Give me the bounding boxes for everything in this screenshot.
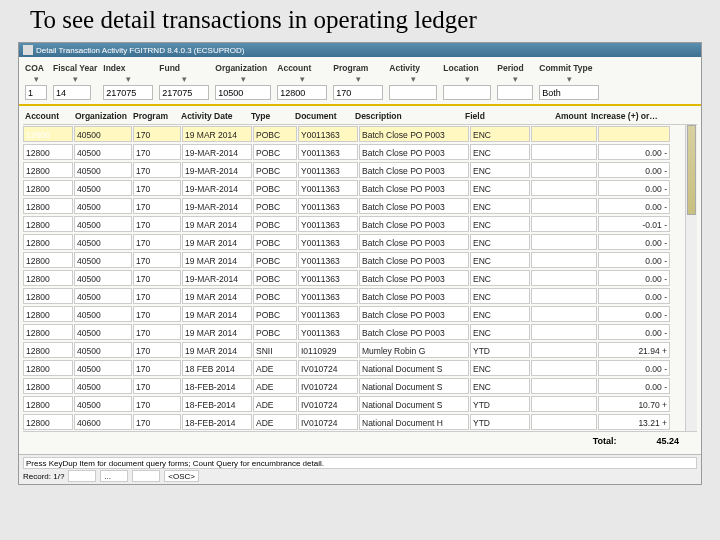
cell[interactable]: 40500 xyxy=(74,252,132,268)
cell[interactable]: 0.00 - xyxy=(598,306,670,322)
cell[interactable]: SNII xyxy=(253,342,297,358)
cell[interactable]: 170 xyxy=(133,324,181,340)
cell[interactable]: 12800 xyxy=(23,126,73,142)
cell[interactable]: 40500 xyxy=(74,378,132,394)
cell[interactable]: Mumley Robin G xyxy=(359,342,469,358)
cell[interactable]: 40500 xyxy=(74,306,132,322)
cell[interactable] xyxy=(531,144,597,160)
cell[interactable]: 19-MAR-2014 xyxy=(182,270,252,286)
cell[interactable]: Y0011363 xyxy=(298,234,358,250)
filter-input-acct[interactable] xyxy=(277,85,327,100)
cell[interactable]: YTD xyxy=(470,396,530,412)
cell[interactable]: 170 xyxy=(133,198,181,214)
cell[interactable]: 40500 xyxy=(74,162,132,178)
cell[interactable] xyxy=(531,198,597,214)
cell[interactable]: 19 MAR 2014 xyxy=(182,234,252,250)
cell[interactable]: Batch Close PO P003 xyxy=(359,252,469,268)
cell[interactable]: POBC xyxy=(253,216,297,232)
cell[interactable]: 19 MAR 2014 xyxy=(182,126,252,142)
cell[interactable]: 21.94 + xyxy=(598,342,670,358)
cell[interactable]: 12800 xyxy=(23,234,73,250)
cell[interactable]: 12800 xyxy=(23,324,73,340)
table-row[interactable]: 128004050017019 MAR 2014SNIII0110929Muml… xyxy=(23,341,697,359)
table-row[interactable]: 128004050017019-MAR-2014POBCY0011363Batc… xyxy=(23,269,697,287)
cell[interactable]: 170 xyxy=(133,306,181,322)
cell[interactable] xyxy=(531,342,597,358)
cell[interactable]: 12800 xyxy=(23,198,73,214)
cell[interactable]: 40500 xyxy=(74,216,132,232)
filter-input-fund[interactable] xyxy=(159,85,209,100)
filter-input-org[interactable] xyxy=(215,85,271,100)
cell[interactable]: POBC xyxy=(253,288,297,304)
table-row[interactable]: 128004050017019 MAR 2014POBCY0011363Batc… xyxy=(23,287,697,305)
cell[interactable]: 0.00 - xyxy=(598,144,670,160)
cell[interactable]: 12800 xyxy=(23,270,73,286)
cell[interactable]: Batch Close PO P003 xyxy=(359,306,469,322)
vertical-scrollbar[interactable] xyxy=(685,125,697,431)
table-row[interactable]: 128004050017019 MAR 2014POBCY0011363Batc… xyxy=(23,323,697,341)
cell[interactable]: Batch Close PO P003 xyxy=(359,288,469,304)
cell[interactable]: 40500 xyxy=(74,324,132,340)
cell[interactable]: 12800 xyxy=(23,378,73,394)
scrollbar-thumb[interactable] xyxy=(687,125,696,215)
cell[interactable]: ENC xyxy=(470,270,530,286)
cell[interactable] xyxy=(531,180,597,196)
cell[interactable] xyxy=(531,270,597,286)
cell[interactable]: 12800 xyxy=(23,216,73,232)
cell[interactable]: 12800 xyxy=(23,342,73,358)
cell[interactable]: 170 xyxy=(133,414,181,430)
cell[interactable]: 18-FEB-2014 xyxy=(182,414,252,430)
filter-dropdown-icon[interactable]: ▾ xyxy=(277,74,327,84)
cell[interactable]: -0.01 - xyxy=(598,216,670,232)
cell[interactable]: ADE xyxy=(253,396,297,412)
cell[interactable]: ENC xyxy=(470,252,530,268)
cell[interactable]: 19 MAR 2014 xyxy=(182,342,252,358)
filter-dropdown-icon[interactable]: ▾ xyxy=(53,74,97,84)
cell[interactable]: 19-MAR-2014 xyxy=(182,162,252,178)
cell[interactable]: 40500 xyxy=(74,180,132,196)
cell[interactable]: 0.00 - xyxy=(598,288,670,304)
cell[interactable]: ENC xyxy=(470,324,530,340)
cell[interactable]: 170 xyxy=(133,234,181,250)
cell[interactable]: 12800 xyxy=(23,360,73,376)
table-row[interactable]: 128004060017018-FEB-2014ADEIV010724Natio… xyxy=(23,413,697,431)
cell[interactable]: 0.00 - xyxy=(598,360,670,376)
cell[interactable] xyxy=(531,252,597,268)
cell[interactable]: 12800 xyxy=(23,180,73,196)
table-row[interactable]: 128004050017019 MAR 2014POBCY0011363Batc… xyxy=(23,233,697,251)
filter-dropdown-icon[interactable]: ▾ xyxy=(333,74,383,84)
cell[interactable]: 40500 xyxy=(74,144,132,160)
cell[interactable]: Batch Close PO P003 xyxy=(359,144,469,160)
cell[interactable]: Y0011363 xyxy=(298,162,358,178)
cell[interactable]: Y0011363 xyxy=(298,144,358,160)
filter-input-prog[interactable] xyxy=(333,85,383,100)
filter-dropdown-icon[interactable]: ▾ xyxy=(443,74,491,84)
cell[interactable] xyxy=(531,162,597,178)
cell[interactable]: ENC xyxy=(470,180,530,196)
cell[interactable]: POBC xyxy=(253,180,297,196)
cell[interactable]: 40500 xyxy=(74,360,132,376)
cell[interactable]: 40500 xyxy=(74,270,132,286)
cell[interactable] xyxy=(531,414,597,430)
filter-input-fy[interactable] xyxy=(53,85,91,100)
cell[interactable]: Y0011363 xyxy=(298,288,358,304)
cell[interactable]: ENC xyxy=(470,198,530,214)
filter-dropdown-icon[interactable]: ▾ xyxy=(539,74,599,84)
cell[interactable]: 170 xyxy=(133,342,181,358)
cell[interactable]: ENC xyxy=(470,288,530,304)
cell[interactable] xyxy=(531,234,597,250)
cell[interactable]: 0.00 - xyxy=(598,234,670,250)
cell[interactable]: 40500 xyxy=(74,234,132,250)
cell[interactable]: ENC xyxy=(470,234,530,250)
cell[interactable]: 0.00 - xyxy=(598,198,670,214)
cell[interactable]: 18-FEB-2014 xyxy=(182,378,252,394)
cell[interactable]: POBC xyxy=(253,252,297,268)
filter-dropdown-icon[interactable]: ▾ xyxy=(159,74,209,84)
cell[interactable]: 170 xyxy=(133,360,181,376)
filter-input-coa[interactable] xyxy=(25,85,47,100)
cell[interactable] xyxy=(531,126,597,142)
table-row[interactable]: 128004050017019 MAR 2014POBCY0011363Batc… xyxy=(23,125,697,143)
cell[interactable]: ADE xyxy=(253,414,297,430)
cell[interactable]: 0.00 - xyxy=(598,270,670,286)
table-row[interactable]: 128004050017019-MAR-2014POBCY0011363Batc… xyxy=(23,179,697,197)
